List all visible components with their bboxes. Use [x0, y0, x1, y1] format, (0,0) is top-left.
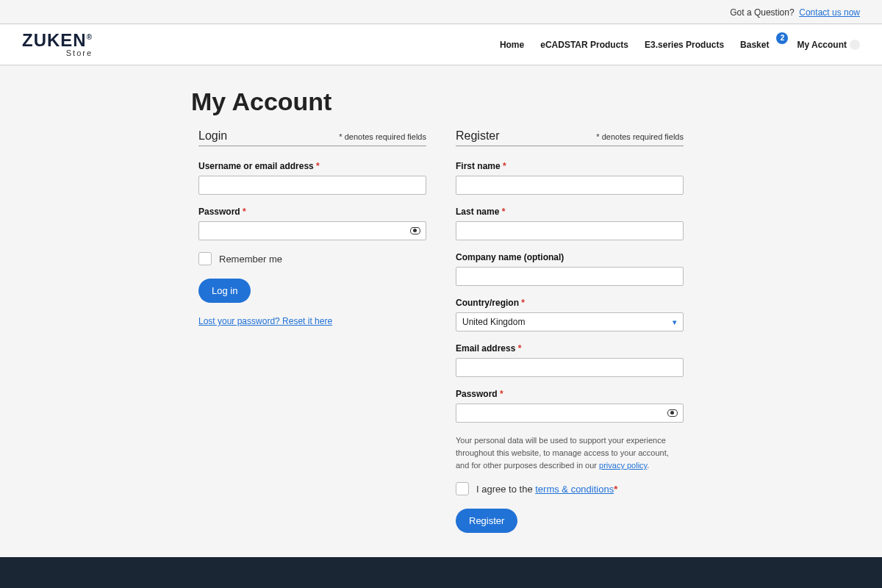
contact-us-link[interactable]: Contact us now: [799, 7, 860, 18]
register-heading: Register: [456, 129, 500, 143]
topbar-question: Got a Question?: [730, 7, 794, 18]
logo-main: ZUKEN: [22, 30, 87, 50]
agree-terms-checkbox[interactable]: [456, 482, 469, 495]
register-column: Register * denotes required fields First…: [456, 129, 684, 533]
login-button[interactable]: Log in: [198, 279, 251, 303]
country-value: United Kingdom: [462, 317, 525, 327]
lastname-label: Last name *: [456, 207, 684, 217]
login-password-label: Password *: [198, 207, 426, 217]
register-email-label: Email address *: [456, 343, 684, 354]
privacy-policy-link[interactable]: privacy policy: [599, 461, 647, 470]
register-required-note: * denotes required fields: [596, 132, 684, 141]
login-heading: Login: [198, 129, 227, 143]
login-password-input[interactable]: [198, 221, 426, 240]
show-password-icon[interactable]: [410, 227, 420, 234]
topbar: Got a Question? Contact us now: [0, 0, 882, 24]
basket-count-badge: 2: [776, 32, 788, 44]
nav-basket[interactable]: Basket 2: [740, 40, 781, 50]
header: ZUKEN® Store Home eCADSTAR Products E3.s…: [0, 24, 882, 65]
footer: [0, 557, 882, 588]
register-password-label: Password *: [456, 389, 684, 399]
login-username-input[interactable]: [198, 176, 426, 195]
nav-ecadstar[interactable]: eCADSTAR Products: [540, 40, 628, 50]
company-label: Company name (optional): [456, 252, 684, 262]
country-select[interactable]: United Kingdom ▾: [456, 312, 684, 331]
login-column: Login * denotes required fields Username…: [198, 129, 426, 533]
nav-my-account[interactable]: My Account: [797, 40, 860, 50]
show-password-icon[interactable]: [667, 409, 678, 417]
lastname-input[interactable]: [456, 221, 684, 240]
agree-terms-label: I agree to the terms & conditions*: [476, 484, 617, 495]
remember-me-label: Remember me: [219, 254, 282, 265]
logo-sub: Store: [22, 49, 93, 57]
terms-link[interactable]: terms & conditions: [535, 484, 614, 495]
logo[interactable]: ZUKEN® Store: [22, 32, 93, 57]
register-button[interactable]: Register: [456, 509, 517, 533]
main-nav: Home eCADSTAR Products E3.series Product…: [500, 40, 860, 50]
avatar-icon: [850, 40, 860, 50]
login-username-label: Username or email address *: [198, 161, 426, 171]
register-email-input[interactable]: [456, 358, 684, 377]
page-title: My Account: [191, 87, 684, 116]
login-required-note: * denotes required fields: [339, 132, 426, 141]
register-password-input[interactable]: [456, 404, 684, 423]
lost-password-link[interactable]: Lost your password? Reset it here: [198, 316, 332, 326]
remember-me-checkbox[interactable]: [198, 252, 212, 265]
country-label: Country/region *: [456, 298, 684, 308]
firstname-input[interactable]: [456, 176, 684, 195]
firstname-label: First name *: [456, 161, 684, 171]
nav-e3series[interactable]: E3.series Products: [645, 40, 724, 50]
company-input[interactable]: [456, 267, 684, 286]
nav-home[interactable]: Home: [500, 40, 524, 50]
page-body: My Account Login * denotes required fiel…: [0, 65, 882, 577]
chevron-down-icon: ▾: [673, 318, 677, 327]
privacy-note: Your personal data will be used to suppo…: [456, 434, 684, 472]
